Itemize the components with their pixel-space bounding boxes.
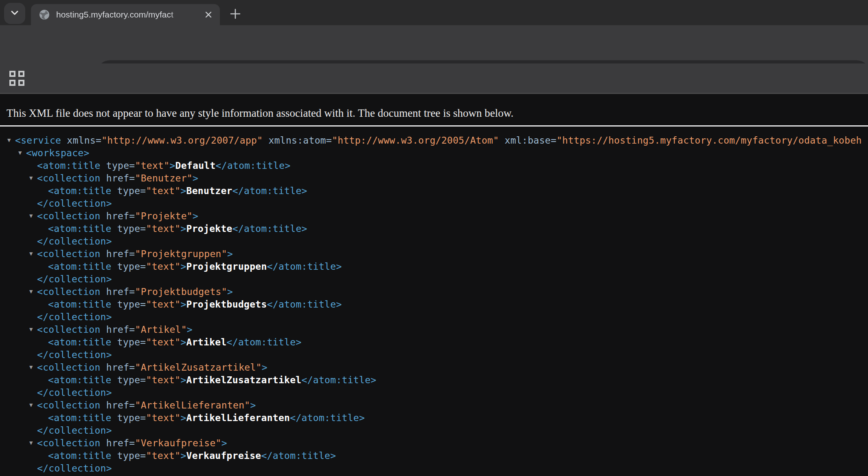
- grid-icon: [9, 71, 24, 86]
- apps-shortcut-button[interactable]: [9, 70, 25, 86]
- xml-tag: >: [180, 375, 186, 385]
- xml-tag: </atom:title>: [232, 223, 307, 234]
- expand-arrow-icon[interactable]: ▼: [29, 440, 33, 445]
- xml-line: </collection>: [0, 386, 868, 399]
- xml-tag: </collection>: [37, 463, 112, 474]
- xml-tag: >: [180, 299, 186, 310]
- xml-attr-name: type=: [117, 223, 146, 234]
- xml-attr-value: "http://www.w3.org/2005/Atom": [332, 135, 499, 146]
- xml-tag: </atom:title>: [261, 450, 336, 461]
- xml-attr-name: type=: [117, 186, 146, 196]
- notice-divider: [0, 125, 868, 127]
- xml-attr-value: "Projektgruppen": [135, 249, 227, 259]
- expand-arrow-icon[interactable]: ▼: [29, 364, 33, 370]
- tab-strip: hosting5.myfactory.com/myfact: [0, 0, 868, 25]
- xml-tag: </atom:title>: [267, 261, 342, 272]
- tab-title: hosting5.myfactory.com/myfact: [56, 10, 191, 20]
- xml-attr-name: href=: [106, 286, 135, 297]
- xml-text-node: Benutzer: [186, 186, 232, 196]
- xml-tag: </collection>: [37, 425, 112, 436]
- xml-attr-value: "Projekte": [135, 211, 193, 221]
- xml-tag: </collection>: [37, 274, 112, 284]
- xml-attr-value: "ArtikelLieferanten": [135, 400, 250, 410]
- xml-tag: </atom:title>: [267, 299, 342, 310]
- xml-line: <atom:title type="text">Projektbudgets</…: [0, 298, 868, 311]
- xml-attr-name: href=: [106, 173, 135, 183]
- xml-attr-value: "text": [146, 299, 181, 310]
- bookmarks-bar: [0, 63, 868, 94]
- browser-toolbar: hosting5.myfactory.com/myfactory/odata_k…: [0, 25, 868, 63]
- xml-tag: <service: [15, 135, 61, 146]
- browser-tab[interactable]: hosting5.myfactory.com/myfact: [31, 4, 220, 25]
- xml-attr-name: href=: [106, 438, 135, 448]
- xml-tag: <collection: [37, 173, 106, 183]
- xml-tag: <atom:title: [48, 413, 117, 423]
- xml-line: <atom:title type="text">Default</atom:ti…: [0, 159, 868, 172]
- xml-tag: </atom:title>: [290, 413, 365, 423]
- xml-text-node: ArtikelZusatzartikel: [186, 375, 302, 385]
- xml-attr-name: type=: [117, 375, 146, 385]
- xml-tag: <collection: [37, 438, 106, 448]
- expand-arrow-icon[interactable]: ▼: [29, 251, 33, 256]
- xml-tag: </atom:title>: [216, 160, 291, 171]
- xml-line: </collection>: [0, 462, 868, 475]
- xml-text-node: Artikel: [186, 337, 227, 347]
- expand-arrow-icon[interactable]: ▼: [29, 213, 33, 218]
- xml-attr-value: "text": [146, 450, 181, 461]
- xml-tag: >: [180, 261, 186, 272]
- xml-line: </collection>: [0, 235, 868, 248]
- xml-attr-value: "Verkaufpreise": [135, 438, 221, 448]
- xml-tag: <atom:title: [48, 186, 117, 196]
- xml-attr-name: type=: [117, 261, 146, 272]
- xml-line: <atom:title type="text">Verkaufpreise</a…: [0, 450, 868, 462]
- xml-attr-name: href=: [106, 362, 135, 373]
- xml-attr-name: type=: [117, 413, 146, 423]
- xml-line: ▼<workspace>: [0, 147, 868, 159]
- xml-tag: >: [262, 362, 267, 373]
- xml-tag: >: [193, 211, 198, 221]
- xml-line: ▼<collection href="Projektgruppen">: [0, 248, 868, 260]
- xml-line: <atom:title type="text">Projekte</atom:t…: [0, 223, 868, 235]
- xml-text-node: Projektbudgets: [186, 299, 267, 310]
- xml-attr-name: type=: [117, 299, 146, 310]
- xml-text-node: Verkaufpreise: [186, 450, 261, 461]
- xml-line: ▼<collection href="Benutzer">: [0, 172, 868, 185]
- plus-icon: [229, 7, 242, 22]
- xml-tag: >: [250, 400, 256, 410]
- xml-tag: </atom:title>: [302, 375, 377, 385]
- xml-attr-value: "text": [135, 160, 170, 171]
- expand-arrow-icon[interactable]: ▼: [29, 175, 33, 181]
- xml-line: <atom:title type="text">Projektgruppen</…: [0, 260, 868, 273]
- expand-arrow-icon[interactable]: ▼: [18, 150, 22, 155]
- close-icon[interactable]: [202, 8, 215, 21]
- tab-search-button[interactable]: [4, 3, 25, 24]
- xml-tag: <collection: [37, 324, 106, 335]
- xml-text-node: ArtikelLieferanten: [186, 413, 290, 423]
- expand-arrow-icon[interactable]: ▼: [29, 288, 33, 294]
- xml-line: <atom:title type="text">Artikel</atom:ti…: [0, 336, 868, 349]
- xml-attr-value: "text": [146, 375, 181, 385]
- expand-arrow-icon[interactable]: ▼: [7, 137, 11, 143]
- xml-tag: </collection>: [37, 349, 112, 360]
- xml-attr-value: "text": [146, 261, 181, 272]
- xml-tag: </atom:title>: [227, 337, 302, 347]
- xml-line: </collection>: [0, 197, 868, 210]
- xml-line: ▼<collection href="Verkaufpreise">: [0, 437, 868, 450]
- xml-tag: >: [187, 324, 193, 335]
- xml-tag: </collection>: [37, 387, 112, 398]
- xml-attr-name: type=: [106, 160, 135, 171]
- xml-tag: >: [221, 438, 227, 448]
- xml-line: ▼<service xmlns="http://www.w3.org/2007/…: [0, 134, 868, 147]
- xml-line: </collection>: [0, 273, 868, 286]
- expand-arrow-icon[interactable]: ▼: [29, 326, 33, 332]
- xml-attr-name: xmlns=: [61, 135, 101, 146]
- expand-arrow-icon[interactable]: ▼: [29, 402, 33, 408]
- xml-document-tree: ▼<service xmlns="http://www.w3.org/2007/…: [0, 134, 868, 475]
- xml-attr-value: "text": [146, 186, 181, 196]
- xml-tag: >: [180, 337, 186, 347]
- xml-line: <atom:title type="text">ArtikelLieferant…: [0, 412, 868, 424]
- xml-tag: <atom:title: [48, 337, 117, 347]
- new-tab-button[interactable]: [226, 6, 244, 24]
- xml-attr-name: href=: [106, 324, 135, 335]
- xml-tag: </atom:title>: [232, 186, 307, 196]
